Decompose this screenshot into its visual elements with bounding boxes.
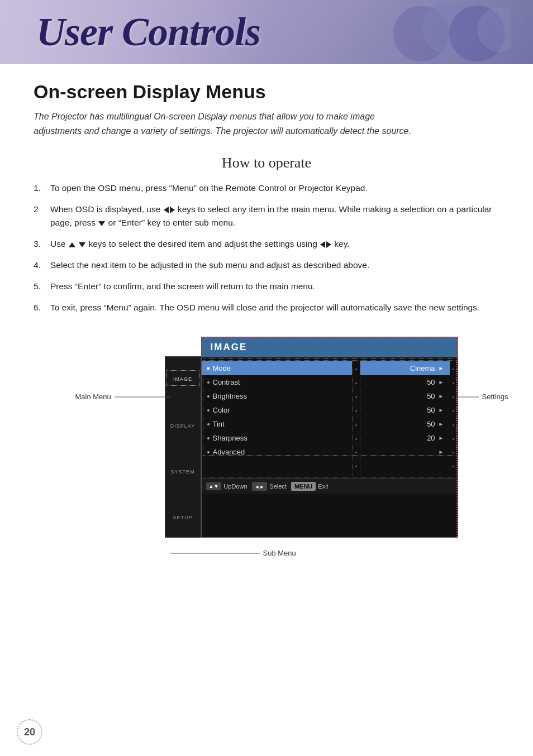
dot-indicator bbox=[207, 451, 210, 453]
dot-indicator bbox=[207, 381, 210, 384]
sidebar-menu: IMAGE DISPLAY SYSTEM SETUP bbox=[165, 356, 201, 538]
osd-value-mode: Cinema ► bbox=[360, 361, 450, 375]
sidebar-item-display[interactable]: DISPLAY bbox=[166, 418, 199, 432]
osd-value-brightness: 50 ► bbox=[360, 389, 450, 403]
sub-menu-label: Sub Menu bbox=[170, 549, 296, 557]
footer-exit: MENU Exit bbox=[291, 482, 329, 491]
subsection-title: How to operate bbox=[34, 155, 499, 171]
list-number: 2 bbox=[34, 203, 45, 216]
main-menu-label: Main Menu bbox=[75, 393, 170, 401]
list-text: Press “Enter” to confirm, and the screen… bbox=[50, 280, 499, 293]
osd-header: IMAGE bbox=[202, 337, 458, 357]
page-number: 20 bbox=[17, 719, 42, 745]
list-item: 3. Use keys to select the desired item a… bbox=[34, 237, 499, 251]
osd-menu-item-brightness[interactable]: Brightness bbox=[202, 389, 352, 403]
list-item: 6. To exit, press “Menu” again. The OSD … bbox=[34, 301, 499, 314]
osd-body: Mode Contrast Brightness bbox=[202, 360, 458, 476]
footer-select: ◄► Select bbox=[252, 482, 287, 491]
osd-panel: IMAGE Mode bbox=[201, 337, 458, 538]
list-item: 1. To open the OSD menu, press “Menu” on… bbox=[34, 181, 499, 195]
list-number: 4. bbox=[34, 259, 45, 272]
instructions-list: 1. To open the OSD menu, press “Menu” on… bbox=[34, 181, 499, 314]
osd-value-empty bbox=[360, 459, 450, 473]
osd-right-dots bbox=[450, 360, 458, 476]
dot-indicator bbox=[207, 367, 210, 370]
osd-values-column: Cinema ► 50 ► 50 ► 50 bbox=[360, 360, 450, 476]
list-text: Select the next item to be adjusted in t… bbox=[50, 259, 499, 272]
sidebar-item-system[interactable]: SYSTEM bbox=[166, 463, 199, 478]
arrow-down-icon bbox=[98, 221, 105, 226]
dot-indicator bbox=[207, 395, 210, 398]
list-item: 4. Select the next item to be adjusted i… bbox=[34, 259, 499, 272]
osd-menu-item-sharpness[interactable]: Sharpness bbox=[202, 431, 352, 445]
header-decoration bbox=[388, 3, 511, 64]
footer-updown: ▲▼ UpDown bbox=[206, 482, 248, 490]
section-intro: The Projector has multilingual On-screen… bbox=[34, 109, 413, 138]
list-item: 5. Press “Enter” to confirm, and the scr… bbox=[34, 280, 499, 293]
dot-indicator bbox=[207, 437, 210, 439]
osd-menu-item-empty bbox=[202, 459, 352, 475]
osd-bottom-separator bbox=[204, 477, 455, 477]
osd-diagram: Main Menu Settings Sub Menu IMAGE DISPLA… bbox=[34, 331, 499, 538]
sidebar-item-image[interactable]: IMAGE bbox=[166, 370, 199, 386]
dot-indicator bbox=[207, 409, 210, 412]
list-text: To exit, press “Menu” again. The OSD men… bbox=[50, 301, 499, 314]
osd-menu-item-mode[interactable]: Mode bbox=[202, 361, 352, 375]
list-number: 5. bbox=[34, 280, 45, 293]
osd-value-advanced: ► bbox=[360, 445, 450, 459]
arrow-down-icon bbox=[79, 242, 85, 247]
select-icon: ◄► bbox=[252, 482, 268, 491]
osd-value-contrast: 50 ► bbox=[360, 375, 450, 389]
arrow-right-icon bbox=[170, 207, 175, 213]
main-content: On-screen Display Menus The Projector ha… bbox=[0, 64, 533, 560]
arrow-up-icon bbox=[69, 242, 75, 247]
osd-value-tint: 50 ► bbox=[360, 417, 450, 431]
arrow-right-icon bbox=[326, 241, 331, 248]
osd-menu-item-advanced[interactable]: Advanced bbox=[202, 445, 352, 459]
osd-dotted-border-top bbox=[202, 337, 458, 339]
osd-footer: ▲▼ UpDown ◄► Select MENU Ex bbox=[202, 479, 458, 494]
sub-menu-line bbox=[170, 553, 260, 554]
osd-dotted-separator bbox=[204, 358, 455, 359]
list-text: When OSD is displayed, use keys to selec… bbox=[50, 203, 499, 229]
osd-value-sharpness: 20 ► bbox=[360, 431, 450, 445]
list-number: 3. bbox=[34, 237, 45, 251]
main-menu-line bbox=[115, 396, 170, 398]
list-text: To open the OSD menu, press “Menu” on th… bbox=[50, 181, 499, 195]
arrow-left-icon bbox=[164, 207, 169, 213]
list-number: 1. bbox=[34, 181, 45, 195]
osd-menu-item-contrast[interactable]: Contrast bbox=[202, 375, 352, 389]
dot-indicator bbox=[207, 423, 210, 425]
osd-divider-dots bbox=[353, 360, 360, 476]
osd-menu-item-color[interactable]: Color bbox=[202, 403, 352, 417]
arrow-left-icon bbox=[320, 241, 325, 248]
list-text: Use keys to select the desired item and … bbox=[50, 237, 499, 251]
header-section: User Controls bbox=[0, 0, 533, 64]
osd-menu-column: Mode Contrast Brightness bbox=[202, 360, 353, 476]
sidebar-item-setup[interactable]: SETUP bbox=[166, 509, 199, 524]
page-title: User Controls bbox=[0, 9, 260, 55]
list-number: 6. bbox=[34, 301, 45, 314]
osd-value-color: 50 ► bbox=[360, 403, 450, 417]
updown-icon: ▲▼ bbox=[206, 482, 222, 490]
section-title: On-screen Display Menus bbox=[34, 81, 499, 103]
list-item: 2 When OSD is displayed, use keys to sel… bbox=[34, 203, 499, 229]
menu-button[interactable]: MENU bbox=[291, 482, 316, 491]
osd-menu-item-tint[interactable]: Tint bbox=[202, 417, 352, 431]
